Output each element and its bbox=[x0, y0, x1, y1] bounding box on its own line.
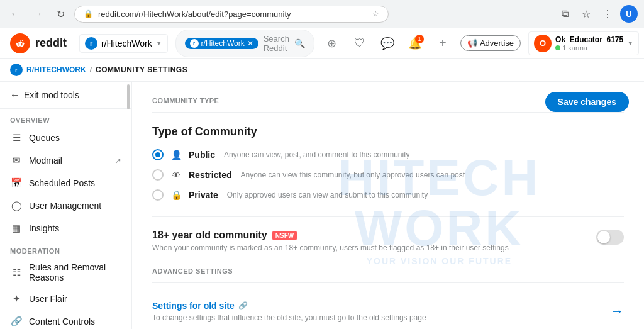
search-input[interactable]: Search Reddit bbox=[264, 34, 289, 53]
external-link-icon: 🔗 bbox=[238, 301, 248, 310]
calendar-icon: 📅 bbox=[10, 177, 23, 189]
nsfw-section: 18+ year old community NSFW When your co… bbox=[152, 216, 624, 252]
radio-public[interactable] bbox=[152, 149, 164, 160]
sidebar-item-queues[interactable]: ☰ Queues bbox=[0, 126, 131, 149]
address-bar[interactable]: 🔒 reddit.com/r/HitechWork/about/edit?pag… bbox=[74, 6, 389, 23]
breadcrumb-separator: / bbox=[90, 65, 92, 74]
search-bar[interactable]: r r/HitechWork ✕ Search Reddit 🔍 bbox=[175, 30, 314, 57]
back-button[interactable]: ← bbox=[6, 5, 24, 23]
shield-icon[interactable]: 🛡 bbox=[350, 33, 370, 53]
toggle-knob bbox=[597, 231, 610, 243]
nsfw-description: When your community is marked as an 18+ … bbox=[152, 243, 509, 252]
private-desc: Only approved users can view and submit … bbox=[227, 191, 428, 199]
type-of-community-label: Type of Community bbox=[152, 125, 624, 138]
public-label: Public bbox=[189, 150, 215, 160]
reddit-icon bbox=[10, 33, 30, 53]
sidebar-item-label: Queues bbox=[29, 133, 60, 143]
breadcrumb-subreddit[interactable]: R/HITECHWORK bbox=[26, 65, 86, 74]
search-tag: r r/HitechWork ✕ bbox=[185, 38, 258, 49]
advanced-heading: ADVANCED SETTINGS bbox=[152, 267, 624, 283]
scrollbar-track bbox=[126, 82, 130, 329]
browser-actions: ⧉ ☆ ⋮ U bbox=[556, 5, 638, 23]
forward-button[interactable]: → bbox=[29, 5, 47, 23]
close-icon[interactable]: ✕ bbox=[247, 39, 253, 48]
restricted-icon: 👁 bbox=[170, 169, 182, 181]
sidebar-top: ← Exit mod tools bbox=[0, 82, 131, 109]
profile-icon[interactable]: U bbox=[620, 5, 638, 23]
subreddit-icon: r bbox=[85, 37, 97, 50]
radio-restricted[interactable] bbox=[152, 169, 164, 181]
main-layout: ← Exit mod tools OVERVIEW ☰ Queues ✉ Mod… bbox=[0, 82, 644, 329]
nsfw-title: 18+ year old community NSFW bbox=[152, 230, 509, 241]
radio-option-public[interactable]: 👤 Public Anyone can view, post, and comm… bbox=[152, 148, 624, 161]
notification-badge: 1 bbox=[415, 35, 424, 43]
user-details: Ok_Educator_6175 1 karma bbox=[555, 35, 623, 52]
private-label: Private bbox=[189, 190, 218, 200]
link-icon: 🔗 bbox=[10, 315, 23, 328]
avatar: O bbox=[534, 35, 552, 52]
sidebar-item-rules[interactable]: ☷ Rules and Removal Reasons bbox=[0, 257, 131, 287]
sidebar-item-user-flair[interactable]: ✦ User Flair bbox=[0, 287, 131, 310]
restricted-desc: Anyone can view this community, but only… bbox=[240, 170, 465, 179]
more-button[interactable]: ⋮ bbox=[599, 5, 616, 23]
settings-link-left: Settings for old site 🔗 To change settin… bbox=[152, 301, 426, 322]
sidebar-item-label: Scheduled Posts bbox=[29, 178, 95, 188]
public-icon: 👤 bbox=[170, 148, 182, 161]
lock-icon: 🔒 bbox=[84, 9, 93, 18]
arrow-right-icon[interactable]: → bbox=[610, 303, 624, 320]
user-karma: 1 karma bbox=[555, 44, 623, 52]
chevron-down-icon: ▼ bbox=[627, 40, 633, 47]
subreddit-avatar: r bbox=[10, 64, 23, 76]
url-text: reddit.com/r/HitechWork/about/edit?page=… bbox=[98, 9, 367, 19]
sidebar-item-label: User Management bbox=[29, 201, 101, 211]
subreddit-selector[interactable]: r r/HitechWork ▼ bbox=[79, 34, 168, 53]
nsfw-toggle[interactable] bbox=[596, 230, 624, 245]
megaphone-icon: 📢 bbox=[467, 38, 477, 48]
breadcrumb: r R/HITECHWORK / COMMUNITY SETTINGS bbox=[0, 59, 644, 82]
browser-chrome: ← → ↻ 🔒 reddit.com/r/HitechWork/about/ed… bbox=[0, 0, 644, 28]
community-icon[interactable]: ⊕ bbox=[322, 33, 342, 53]
exit-mod-tools-button[interactable]: ← Exit mod tools bbox=[10, 89, 121, 101]
radio-option-restricted[interactable]: 👁 Restricted Anyone can view this commun… bbox=[152, 169, 624, 181]
external-link-icon: ↗ bbox=[114, 156, 121, 165]
settings-link-desc: To change settings that influence the ol… bbox=[152, 313, 426, 322]
queues-icon: ☰ bbox=[10, 131, 23, 144]
subreddit-name: r/HitechWork bbox=[101, 38, 152, 48]
chevron-down-icon: ▼ bbox=[156, 40, 162, 47]
add-icon[interactable]: + bbox=[433, 33, 453, 53]
rules-icon: ☷ bbox=[10, 266, 23, 279]
breadcrumb-page: COMMUNITY SETTINGS bbox=[96, 65, 187, 74]
save-changes-button[interactable]: Save changes bbox=[545, 92, 629, 112]
sidebar-item-label: User Flair bbox=[29, 294, 67, 304]
extensions-button[interactable]: ⧉ bbox=[556, 5, 574, 23]
flair-icon: ✦ bbox=[10, 293, 23, 305]
advertise-button[interactable]: 📢 Advertise bbox=[460, 35, 521, 51]
search-icon: 🔍 bbox=[294, 38, 305, 48]
settings-link-text: Settings for old site bbox=[152, 301, 235, 311]
sidebar-item-scheduled-posts[interactable]: 📅 Scheduled Posts bbox=[0, 172, 131, 194]
reddit-logo[interactable]: reddit bbox=[10, 33, 67, 53]
sidebar-item-content-controls[interactable]: 🔗 Content Controls bbox=[0, 310, 131, 329]
settings-link-title[interactable]: Settings for old site 🔗 bbox=[152, 301, 426, 311]
modmail-icon: ✉ bbox=[10, 154, 23, 167]
sidebar-item-user-management[interactable]: ◯ User Management bbox=[0, 194, 131, 217]
star-icon: ☆ bbox=[372, 9, 379, 18]
public-desc: Anyone can view, post, and comment to th… bbox=[224, 150, 409, 159]
overview-section-title: OVERVIEW bbox=[0, 109, 131, 126]
sidebar-item-modmail[interactable]: ✉ Modmail ↗ bbox=[0, 149, 131, 172]
notification-icon[interactable]: 🔔 1 bbox=[405, 33, 425, 53]
sidebar-item-label: Insights bbox=[29, 223, 59, 233]
settings-link-row: Settings for old site 🔗 To change settin… bbox=[152, 296, 624, 327]
radio-private[interactable] bbox=[152, 189, 164, 201]
bookmark-button[interactable]: ☆ bbox=[577, 5, 595, 23]
sidebar-item-label: Rules and Removal Reasons bbox=[29, 262, 121, 282]
nsfw-left: 18+ year old community NSFW When your co… bbox=[152, 230, 509, 252]
reload-button[interactable]: ↻ bbox=[52, 5, 69, 23]
radio-option-private[interactable]: 🔒 Private Only approved users can view a… bbox=[152, 189, 624, 201]
user-info[interactable]: O Ok_Educator_6175 1 karma ▼ bbox=[528, 31, 639, 55]
private-icon: 🔒 bbox=[170, 189, 182, 201]
header-actions: ⊕ 🛡 💬 🔔 1 + 📢 Advertise O Ok_Educator_61… bbox=[322, 31, 639, 55]
chat-icon[interactable]: 💬 bbox=[377, 33, 397, 53]
scrollbar-thumb[interactable] bbox=[127, 84, 130, 109]
sidebar-item-insights[interactable]: ▦ Insights bbox=[0, 217, 131, 240]
